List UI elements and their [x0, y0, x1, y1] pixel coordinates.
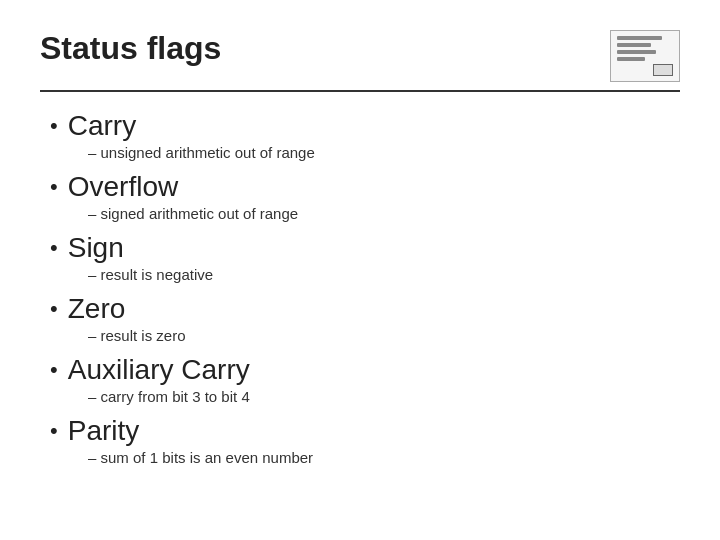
slide-thumbnail — [610, 30, 680, 82]
flag-name: Sign — [68, 232, 124, 264]
flag-item: •Overflow– signed arithmetic out of rang… — [50, 171, 680, 222]
slide-header: Status flags — [40, 30, 680, 92]
flag-description: – unsigned arithmetic out of range — [50, 144, 680, 161]
thumb-line-2 — [617, 43, 651, 47]
flag-description: – carry from bit 3 to bit 4 — [50, 388, 680, 405]
flag-bullet: • — [50, 359, 58, 381]
flag-bullet: • — [50, 420, 58, 442]
flag-description: – sum of 1 bits is an even number — [50, 449, 680, 466]
flag-name: Auxiliary Carry — [68, 354, 250, 386]
flag-main-row: •Parity — [50, 415, 680, 447]
flag-main-row: •Carry — [50, 110, 680, 142]
flag-name: Zero — [68, 293, 126, 325]
flag-main-row: •Overflow — [50, 171, 680, 203]
flag-item: •Zero– result is zero — [50, 293, 680, 344]
thumb-line-1 — [617, 36, 662, 40]
flag-description: – result is negative — [50, 266, 680, 283]
flag-description: – signed arithmetic out of range — [50, 205, 680, 222]
thumbnail-rect — [653, 64, 673, 76]
flag-item: •Parity– sum of 1 bits is an even number — [50, 415, 680, 466]
flag-bullet: • — [50, 298, 58, 320]
thumb-line-4 — [617, 57, 645, 61]
flag-name: Parity — [68, 415, 140, 447]
flag-bullet: • — [50, 237, 58, 259]
flag-name: Overflow — [68, 171, 178, 203]
flag-item: •Auxiliary Carry– carry from bit 3 to bi… — [50, 354, 680, 405]
thumb-line-3 — [617, 50, 656, 54]
flag-main-row: •Sign — [50, 232, 680, 264]
flag-main-row: •Zero — [50, 293, 680, 325]
slide: Status flags •Carry– unsigned arithmetic… — [0, 0, 720, 540]
flag-item: •Carry– unsigned arithmetic out of range — [50, 110, 680, 161]
flag-bullet: • — [50, 176, 58, 198]
flag-description: – result is zero — [50, 327, 680, 344]
flag-bullet: • — [50, 115, 58, 137]
flag-main-row: •Auxiliary Carry — [50, 354, 680, 386]
flags-list: •Carry– unsigned arithmetic out of range… — [40, 110, 680, 466]
slide-title: Status flags — [40, 30, 221, 67]
flag-item: •Sign– result is negative — [50, 232, 680, 283]
flag-name: Carry — [68, 110, 136, 142]
